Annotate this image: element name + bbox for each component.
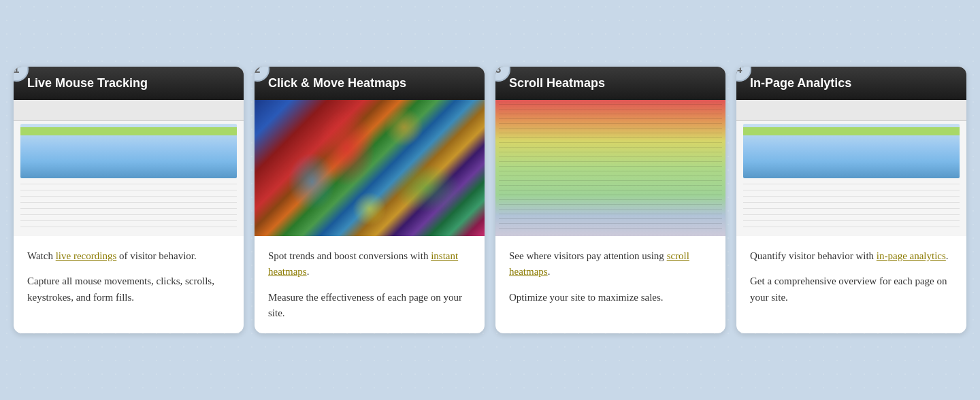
card-link-3-1[interactable]: scroll heatmaps (509, 250, 689, 277)
card-header: 3Scroll Heatmaps (495, 67, 725, 100)
card-1: 1Live Mouse TrackingWatch live recording… (14, 67, 244, 333)
card-paragraph-4-1: Quantify visitor behavior with in-page a… (750, 248, 953, 264)
card-image-1 (14, 100, 244, 236)
card-paragraph-4-2: Get a comprehensive overview for each pa… (750, 273, 953, 305)
card-link-4-1[interactable]: in-page analytics (877, 250, 946, 261)
card-paragraph-1-1: Watch live recordings of visitor behavio… (27, 248, 230, 264)
card-2: 2Click & Move HeatmapsSpot trends and bo… (255, 67, 485, 333)
card-title-2: Click & Move Heatmaps (268, 76, 474, 90)
card-header: 4In-Page Analytics (736, 67, 966, 100)
card-paragraph-3-2: Optimize your site to maximize sales. (509, 290, 712, 305)
card-title-3: Scroll Heatmaps (509, 76, 715, 90)
card-paragraph-1-2: Capture all mouse movements, clicks, scr… (27, 273, 230, 305)
card-paragraph-2-1: Spot trends and boost conversions with i… (268, 248, 471, 280)
card-header: 1Live Mouse Tracking (14, 67, 244, 100)
card-body-3: See where visitors pay attention using s… (495, 236, 725, 333)
card-image-3 (495, 100, 725, 236)
step-badge-1: 1 (14, 67, 29, 82)
card-title-1: Live Mouse Tracking (27, 76, 233, 90)
card-link-1-1[interactable]: live recordings (56, 250, 117, 261)
card-link-2-1[interactable]: instant heatmaps (268, 250, 458, 277)
card-paragraph-3-1: See where visitors pay attention using s… (509, 248, 712, 280)
card-image-2 (255, 100, 485, 236)
card-body-4: Quantify visitor behavior with in-page a… (736, 236, 966, 333)
card-title-4: In-Page Analytics (750, 76, 956, 90)
step-badge-4: 4 (736, 67, 751, 82)
card-header: 2Click & Move Heatmaps (255, 67, 485, 100)
card-4: 4In-Page AnalyticsQuantify visitor behav… (736, 67, 966, 333)
card-image-4 (736, 100, 966, 236)
step-badge-2: 2 (255, 67, 270, 82)
card-body-2: Spot trends and boost conversions with i… (255, 236, 485, 333)
card-3: 3Scroll HeatmapsSee where visitors pay a… (495, 67, 725, 333)
cards-container: 1Live Mouse TrackingWatch live recording… (14, 67, 966, 333)
step-badge-3: 3 (495, 67, 510, 82)
card-paragraph-2-2: Measure the effectiveness of each page o… (268, 290, 471, 322)
card-body-1: Watch live recordings of visitor behavio… (14, 236, 244, 333)
